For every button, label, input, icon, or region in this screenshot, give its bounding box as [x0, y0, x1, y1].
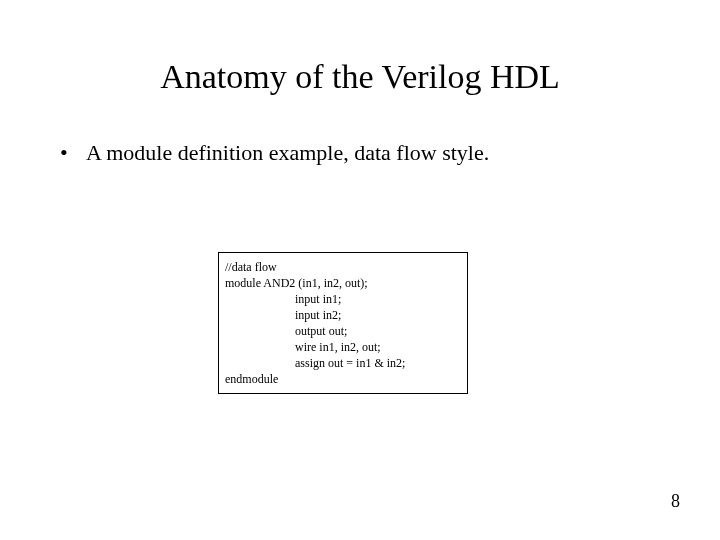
page-number: 8	[671, 491, 680, 512]
code-line: input in1;	[225, 293, 461, 305]
code-line: wire in1, in2, out;	[225, 341, 461, 353]
code-line: input in2;	[225, 309, 461, 321]
bullet-text: A module definition example, data flow s…	[86, 140, 489, 166]
code-line: output out;	[225, 325, 461, 337]
code-endmodule: endmodule	[225, 373, 461, 385]
code-comment: //data flow	[225, 261, 461, 273]
slide-title: Anatomy of the Verilog HDL	[0, 0, 720, 126]
code-box: //data flow module AND2 (in1, in2, out);…	[218, 252, 468, 394]
bullet-item: • A module definition example, data flow…	[0, 140, 720, 166]
code-module-decl: module AND2 (in1, in2, out);	[225, 277, 461, 289]
slide: Anatomy of the Verilog HDL • A module de…	[0, 0, 720, 540]
code-line: assign out = in1 & in2;	[225, 357, 461, 369]
bullet-marker: •	[60, 140, 86, 166]
